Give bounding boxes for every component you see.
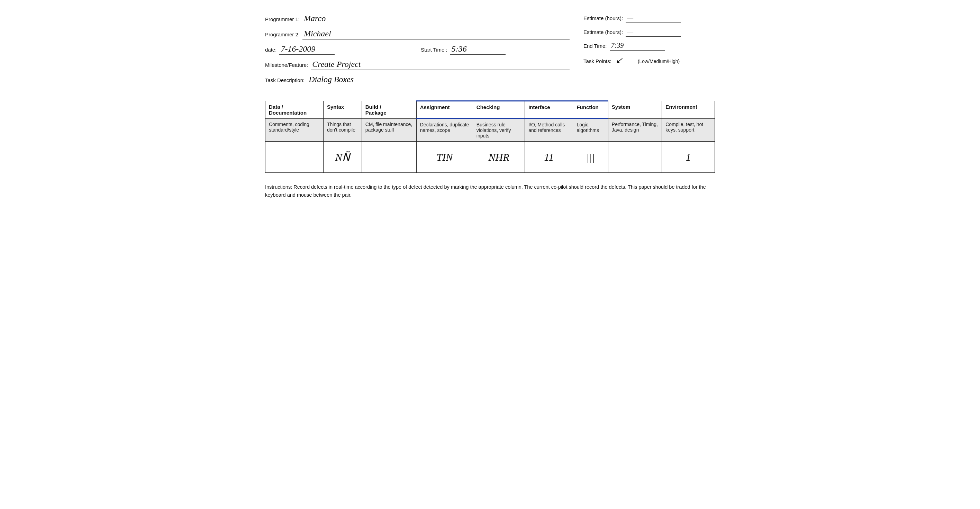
description-row: Comments, coding standard/style Things t… [266, 119, 715, 142]
tally-function: ||| [573, 142, 608, 173]
start-time-value: 5:36 [450, 44, 506, 55]
desc-interface: I/O, Method calls and references [525, 119, 573, 142]
programmer1-row: Programmer 1: Marco [265, 14, 570, 24]
end-time-row: End Time: 7:39 [584, 41, 715, 51]
tally-interface: 11 [525, 142, 573, 173]
tally-row: NN̈ TIN NHR 11 ||| 1 [266, 142, 715, 173]
milestone-label: Milestone/Feature: [265, 62, 308, 68]
desc-syntax: Things that don't compile [323, 119, 362, 142]
estimate2-row: Estimate (hours): — [584, 28, 715, 37]
tally-syntax: NN̈ [323, 142, 362, 173]
estimate1-row: Estimate (hours): — [584, 14, 715, 23]
desc-data-doc: Comments, coding standard/style [266, 119, 323, 142]
estimate1-label: Estimate (hours): [584, 15, 623, 21]
task-points-row: Task Points: ↙ (Low/Medium/High) [584, 56, 715, 66]
milestone-value: Create Project [311, 59, 570, 70]
task-points-value: ↙ [614, 56, 635, 66]
programmer2-value: Michael [302, 29, 570, 40]
col-header-interface: Interface [525, 101, 573, 119]
col-header-syntax: Syntax [323, 101, 362, 119]
col-header-environment: Environment [662, 101, 715, 119]
programmer2-label: Programmer 2: [265, 32, 300, 37]
date-value: 7-16-2009 [279, 44, 335, 55]
desc-function: Logic, algorithms [573, 119, 608, 142]
col-header-function: Function [573, 101, 608, 119]
left-fields: Programmer 1: Marco Programmer 2: Michae… [265, 14, 570, 90]
tally-build-package [362, 142, 416, 173]
table-header-row: Data /Documentation Syntax Build /Packag… [266, 101, 715, 119]
tally-checking: NHR [473, 142, 525, 173]
desc-environment: Compile, test, hot keys, support [662, 119, 715, 142]
task-desc-label: Task Description: [265, 77, 304, 83]
instructions-text: Instructions: Record defects in real-tim… [265, 183, 715, 199]
milestone-row: Milestone/Feature: Create Project [265, 59, 570, 70]
desc-assignment: Declarations, duplicate names, scope [416, 119, 473, 142]
tally-data-doc [266, 142, 323, 173]
defect-table: Data /Documentation Syntax Build /Packag… [265, 101, 715, 173]
end-time-label: End Time: [584, 43, 607, 49]
col-header-system: System [608, 101, 662, 119]
tally-system [608, 142, 662, 173]
estimate2-label: Estimate (hours): [584, 29, 623, 35]
tally-environment: 1 [662, 142, 715, 173]
estimate2-value: — [626, 28, 681, 37]
col-header-assignment: Assignment [416, 101, 473, 119]
task-points-label: Task Points: [584, 58, 611, 64]
programmer1-value: Marco [302, 14, 570, 24]
desc-build-package: CM, file maintenance, package stuff [362, 119, 416, 142]
col-header-build-package: Build /Package [362, 101, 416, 119]
start-time-label: Start Time : [421, 47, 447, 53]
task-desc-value: Dialog Boxes [307, 75, 570, 85]
col-header-checking: Checking [473, 101, 525, 119]
end-time-value: 7:39 [610, 41, 665, 51]
form-header: Programmer 1: Marco Programmer 2: Michae… [265, 14, 715, 90]
programmer2-row: Programmer 2: Michael [265, 29, 570, 40]
tally-assignment: TIN [416, 142, 473, 173]
date-row: date: 7-16-2009 Start Time : 5:36 [265, 44, 570, 55]
desc-system: Performance, Timing, Java, design [608, 119, 662, 142]
low-med-high-label: (Low/Medium/High) [638, 59, 679, 64]
desc-checking: Business rule violations, verify inputs [473, 119, 525, 142]
task-desc-row: Task Description: Dialog Boxes [265, 75, 570, 85]
estimate1-value: — [626, 14, 681, 23]
programmer1-label: Programmer 1: [265, 16, 300, 22]
date-label: date: [265, 47, 277, 53]
right-fields: Estimate (hours): — Estimate (hours): — … [584, 14, 715, 90]
col-header-data-doc: Data /Documentation [266, 101, 323, 119]
